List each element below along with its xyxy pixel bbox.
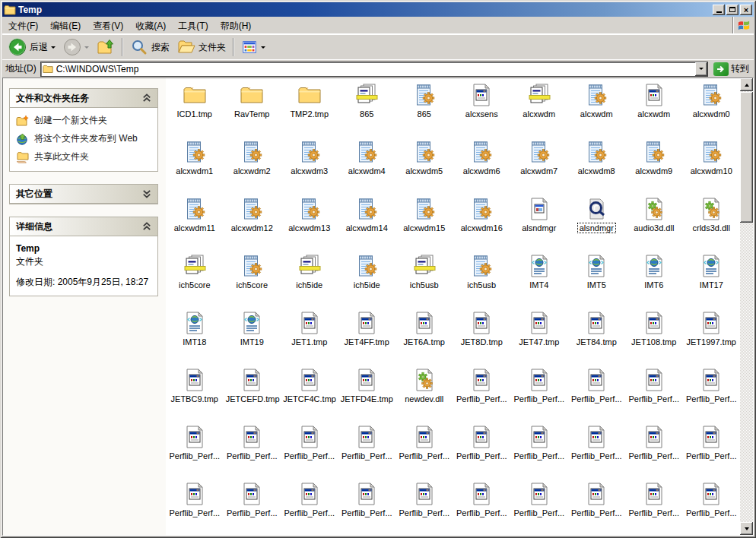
file-item[interactable]: audio3d.dll (625, 193, 683, 250)
file-item[interactable]: 865 (395, 79, 453, 136)
file-item[interactable]: alcxwdm1 (166, 136, 224, 193)
file-item[interactable]: JET47.tmp (510, 307, 568, 364)
file-item[interactable]: alcxwdm13 (281, 193, 338, 250)
file-item[interactable]: ICD1.tmp (166, 79, 224, 136)
file-item[interactable]: 865 (338, 79, 396, 136)
menu-view[interactable]: 查看(V) (87, 17, 129, 33)
file-item[interactable]: alcxwdm7 (510, 136, 568, 193)
file-item[interactable]: alsndmgr (568, 193, 626, 250)
file-item[interactable]: newdev.dll (395, 364, 453, 421)
address-input[interactable]: C:\WINDOWS\Temp (40, 62, 708, 77)
up-button[interactable] (94, 36, 118, 58)
file-item[interactable]: alcxwdm12 (224, 193, 281, 250)
file-item[interactable]: alcxwdm0 (683, 79, 741, 136)
file-item[interactable]: crlds3d.dll (683, 193, 741, 250)
scroll-thumb[interactable] (740, 92, 753, 223)
file-item[interactable]: alcxwdm10 (683, 136, 741, 193)
task-item-share-folder[interactable]: 共享此文件夹 (16, 151, 153, 163)
menu-edit[interactable]: 编辑(E) (44, 17, 87, 33)
folders-button[interactable]: 文件夹 (174, 36, 229, 58)
file-item[interactable]: alcxwdm (510, 79, 568, 136)
file-item[interactable]: RavTemp (224, 79, 281, 136)
close-button[interactable]: × (740, 5, 752, 15)
file-item[interactable]: Perflib_Perf... (510, 364, 568, 421)
go-button[interactable]: 转到 (712, 62, 751, 76)
file-item[interactable]: alcxsens (453, 79, 511, 136)
maximize-button[interactable] (726, 5, 739, 15)
file-item[interactable]: JETBC9.tmp (166, 364, 224, 421)
file-item[interactable]: Perflib_Perf... (453, 478, 511, 535)
file-item[interactable]: alcxwdm11 (166, 193, 224, 250)
minimize-button[interactable] (713, 5, 725, 15)
file-item[interactable]: IMT5 (568, 250, 626, 307)
file-item[interactable]: alsndmgr (510, 193, 568, 250)
file-item[interactable]: alcxwdm6 (453, 136, 511, 193)
file-item[interactable]: Perflib_Perf... (510, 421, 568, 478)
file-item[interactable]: JET8D.tmp (453, 307, 511, 364)
forward-dropdown-icon[interactable] (84, 46, 89, 49)
file-item[interactable]: JET108.tmp (625, 307, 683, 364)
file-item[interactable]: ich5core (224, 250, 281, 307)
task-item-publish-web[interactable]: 将这个文件夹发布到 Web (16, 133, 153, 145)
file-item[interactable]: Perflib_Perf... (166, 478, 224, 535)
file-item[interactable]: alcxwdm3 (281, 136, 338, 193)
chevron-up-icon[interactable] (142, 93, 151, 103)
file-item[interactable]: JET4FF.tmp (338, 307, 396, 364)
file-item[interactable]: Perflib_Perf... (338, 478, 396, 535)
file-item[interactable]: ich5usb (395, 250, 453, 307)
file-item[interactable]: ich5core (166, 250, 224, 307)
file-item[interactable]: TMP2.tmp (281, 79, 338, 136)
scroll-down-button[interactable] (740, 522, 753, 535)
file-item[interactable]: Perflib_Perf... (395, 421, 453, 478)
menu-tools[interactable]: 工具(T) (172, 17, 214, 33)
file-item[interactable]: Perflib_Perf... (510, 478, 568, 535)
file-item[interactable]: IMT18 (166, 307, 224, 364)
file-item[interactable]: ich5ide (338, 250, 396, 307)
file-item[interactable]: IMT6 (625, 250, 683, 307)
file-item[interactable]: JET6A.tmp (395, 307, 453, 364)
file-item[interactable]: Perflib_Perf... (625, 364, 683, 421)
file-item[interactable]: alcxwdm (625, 79, 683, 136)
back-button[interactable]: 后退 (5, 36, 59, 58)
file-item[interactable]: Perflib_Perf... (453, 421, 511, 478)
file-item[interactable]: alcxwdm14 (338, 193, 396, 250)
file-item[interactable]: alcxwdm16 (453, 193, 511, 250)
file-item[interactable]: JETCF4C.tmp (281, 364, 338, 421)
file-item[interactable]: IMT4 (510, 250, 568, 307)
views-dropdown-icon[interactable] (261, 46, 265, 49)
panel-header[interactable]: 详细信息 (10, 217, 157, 236)
file-item[interactable]: JETCEFD.tmp (224, 364, 281, 421)
forward-button[interactable] (60, 36, 92, 58)
file-item[interactable]: Perflib_Perf... (395, 478, 453, 535)
chevron-up-icon[interactable] (142, 222, 151, 231)
file-item[interactable]: alcxwdm5 (395, 136, 453, 193)
chevron-down-icon[interactable] (142, 189, 151, 198)
file-item[interactable]: JETFD4E.tmp (338, 364, 396, 421)
file-item[interactable]: alcxwdm15 (395, 193, 453, 250)
file-item[interactable]: IMT17 (683, 250, 741, 307)
file-item[interactable]: JET84.tmp (568, 307, 626, 364)
file-item[interactable]: Perflib_Perf... (625, 478, 683, 535)
menu-favorites[interactable]: 收藏(A) (129, 17, 172, 33)
file-item[interactable]: Perflib_Perf... (224, 478, 281, 535)
file-item[interactable]: ich5ide (281, 250, 338, 307)
vertical-scrollbar[interactable] (740, 78, 753, 535)
file-item[interactable]: IMT19 (224, 307, 281, 364)
file-item[interactable]: Perflib_Perf... (224, 421, 281, 478)
file-item[interactable]: alcxwdm (568, 79, 626, 136)
file-item[interactable]: Perflib_Perf... (683, 421, 741, 478)
file-item[interactable]: Perflib_Perf... (568, 364, 626, 421)
address-dropdown-button[interactable] (695, 62, 707, 76)
panel-header[interactable]: 其它位置 (10, 185, 157, 204)
file-item[interactable]: Perflib_Perf... (683, 364, 741, 421)
file-item[interactable]: alcxwdm9 (625, 136, 683, 193)
file-item[interactable]: Perflib_Perf... (281, 421, 338, 478)
menu-file[interactable]: 文件(F) (2, 17, 44, 33)
file-item[interactable]: Perflib_Perf... (338, 421, 396, 478)
panel-header[interactable]: 文件和文件夹任务 (10, 89, 157, 108)
scroll-up-button[interactable] (740, 78, 753, 91)
back-dropdown-icon[interactable] (51, 46, 56, 49)
task-item-new-folder[interactable]: 创建一个新文件夹 (16, 115, 153, 127)
search-button[interactable]: 搜索 (127, 36, 173, 58)
file-item[interactable]: Perflib_Perf... (625, 421, 683, 478)
